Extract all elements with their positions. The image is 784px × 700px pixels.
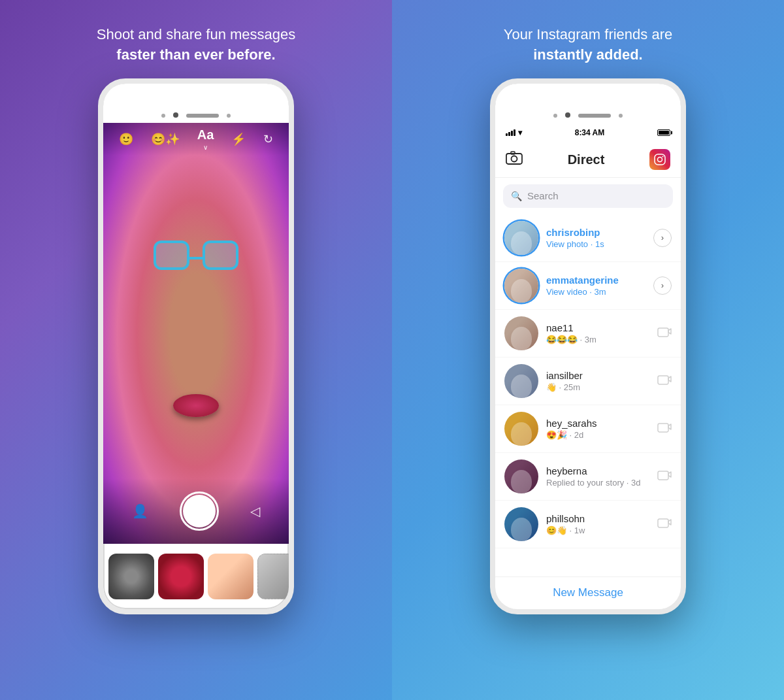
shutter-inner-circle xyxy=(183,495,216,527)
msg-action-arrow[interactable]: › xyxy=(653,229,672,247)
message-item-chrisrobinp[interactable]: chrisrobinp View photo · 1s › xyxy=(495,214,681,262)
avatar-iansilber xyxy=(504,364,538,398)
msg-action-camera-phillsohn[interactable] xyxy=(657,516,672,531)
message-item-emmatangerine[interactable]: emmatangerine View video · 3m › xyxy=(495,262,681,310)
glasses-left-lens xyxy=(154,241,189,270)
left-phone-frame: 🙂 😊✨ Aa ∨ ⚡ ↻ 👤 xyxy=(98,78,294,614)
msg-action-camera-iansilber[interactable] xyxy=(657,373,672,388)
msg-preview: 😊👋 · 1w xyxy=(546,525,649,535)
phone-sensor-dot xyxy=(227,114,231,118)
phone-front-camera xyxy=(173,112,178,118)
camera-controls: 👤 ◁ xyxy=(103,478,289,544)
filter-1[interactable] xyxy=(108,554,154,599)
glasses-bridge xyxy=(189,257,203,259)
profile-icon[interactable]: 👤 xyxy=(132,503,148,519)
right-heading-line1: Your Instagram friends are xyxy=(504,26,672,42)
header-camera-icon[interactable] xyxy=(506,150,523,169)
avatar-face xyxy=(511,375,532,398)
avatar-emmatangerine xyxy=(504,269,538,303)
filter-strip xyxy=(103,544,289,609)
message-item-hey-sarahs[interactable]: hey_sarahs 😍🎉 · 2d xyxy=(495,405,681,453)
signal-area: ▾ xyxy=(506,128,522,137)
svg-rect-8 xyxy=(658,424,668,432)
phone-speaker-bar xyxy=(186,114,219,118)
right-volume-down-btn xyxy=(490,280,492,316)
msg-content-phillsohn: phillsohn 😊👋 · 1w xyxy=(546,513,649,535)
battery-fill xyxy=(659,131,669,135)
right-phone-speaker-dot xyxy=(553,114,557,118)
signal-bar-1 xyxy=(506,133,508,136)
right-phone-speaker-bar xyxy=(578,114,611,118)
msg-preview: 👋 · 25m xyxy=(546,382,649,392)
right-volume-silent-btn xyxy=(490,201,492,224)
camera-mode-label: Aa xyxy=(197,127,214,142)
msg-action-arrow-2[interactable]: › xyxy=(653,276,672,295)
avatar-heyberna xyxy=(504,459,538,493)
filter-3[interactable] xyxy=(208,554,253,599)
signal-bar-2 xyxy=(508,132,510,136)
right-panel: Your Instagram friends are instantly add… xyxy=(392,0,784,700)
svg-rect-2 xyxy=(511,152,515,154)
svg-point-1 xyxy=(512,156,517,162)
svg-rect-7 xyxy=(658,376,668,384)
msg-username: hey_sarahs xyxy=(546,418,649,429)
svg-rect-10 xyxy=(658,519,668,527)
svg-rect-6 xyxy=(658,328,668,337)
ar-glasses-overlay xyxy=(154,241,238,276)
shutter-button[interactable] xyxy=(180,492,219,531)
message-item-phillsohn[interactable]: phillsohn 😊👋 · 1w xyxy=(495,501,681,548)
message-item-nae11[interactable]: nae11 😂😂😂 · 3m xyxy=(495,310,681,358)
view-arrow-icon: › xyxy=(653,229,672,247)
msg-username: chrisrobinp xyxy=(546,227,645,238)
flash-icon[interactable]: ⚡ xyxy=(231,132,246,146)
filter-4[interactable] xyxy=(257,554,289,599)
left-heading-line2: faster than ever before. xyxy=(116,46,275,63)
msg-username: emmatangerine xyxy=(546,275,645,286)
right-volume-up-btn xyxy=(490,234,492,270)
right-heading: Your Instagram friends are instantly add… xyxy=(504,25,672,65)
filter-2[interactable] xyxy=(158,554,204,599)
avatar-face xyxy=(511,518,532,541)
face-filter-icon[interactable]: 🙂 xyxy=(119,132,133,146)
msg-preview: View photo · 1s xyxy=(546,239,645,249)
right-phone-sensor-dot xyxy=(619,114,623,118)
volume-down-btn xyxy=(98,280,100,316)
left-heading: Shoot and share fun messages faster than… xyxy=(97,25,296,65)
msg-action-camera-hey-sarahs[interactable] xyxy=(657,421,672,436)
text-mode-btn[interactable]: Aa ∨ xyxy=(197,127,214,151)
search-bar[interactable]: 🔍 Search xyxy=(503,184,673,208)
right-heading-line2: instantly added. xyxy=(533,46,642,63)
msg-username: phillsohn xyxy=(546,513,649,524)
message-item-iansilber[interactable]: iansilber 👋 · 25m xyxy=(495,358,681,405)
volume-silent-btn xyxy=(98,201,100,224)
avatar-nae11 xyxy=(504,316,538,350)
battery-icon xyxy=(657,129,670,136)
avatar-chrisrobinp xyxy=(504,221,538,255)
send-icon[interactable]: ◁ xyxy=(250,503,260,519)
msg-username: iansilber xyxy=(546,370,649,381)
message-item-heyberna[interactable]: heyberna Replied to your story · 3d xyxy=(495,453,681,501)
msg-action-camera-nae11[interactable] xyxy=(657,325,672,341)
msg-content-hey-sarahs: hey_sarahs 😍🎉 · 2d xyxy=(546,418,649,440)
msg-content-nae11: nae11 😂😂😂 · 3m xyxy=(546,322,649,344)
status-time: 8:34 AM xyxy=(575,128,605,137)
msg-content-emmatangerine: emmatangerine View video · 3m xyxy=(546,275,645,297)
msg-content-heyberna: heyberna Replied to your story · 3d xyxy=(546,465,649,488)
new-message-btn[interactable]: New Message xyxy=(495,576,681,609)
messages-list: chrisrobinp View photo · 1s › emmatanger… xyxy=(495,214,681,576)
signal-bar-4 xyxy=(514,129,515,136)
instagram-logo[interactable] xyxy=(649,149,670,170)
avatar-face xyxy=(511,231,532,255)
right-phone-top-notch xyxy=(495,84,681,123)
phone-speaker-dot xyxy=(161,114,165,118)
svg-rect-0 xyxy=(506,154,522,164)
avatar-face xyxy=(511,422,532,446)
flip-camera-icon[interactable]: ↻ xyxy=(263,132,273,146)
svg-point-4 xyxy=(657,158,662,162)
avatar-face xyxy=(511,279,532,303)
power-btn xyxy=(292,247,294,299)
view-arrow-icon-2: › xyxy=(653,276,672,295)
face-filter-icon-2[interactable]: 😊✨ xyxy=(151,132,180,146)
msg-action-camera-heyberna[interactable] xyxy=(657,469,672,484)
avatar-phillsohn xyxy=(504,507,538,541)
